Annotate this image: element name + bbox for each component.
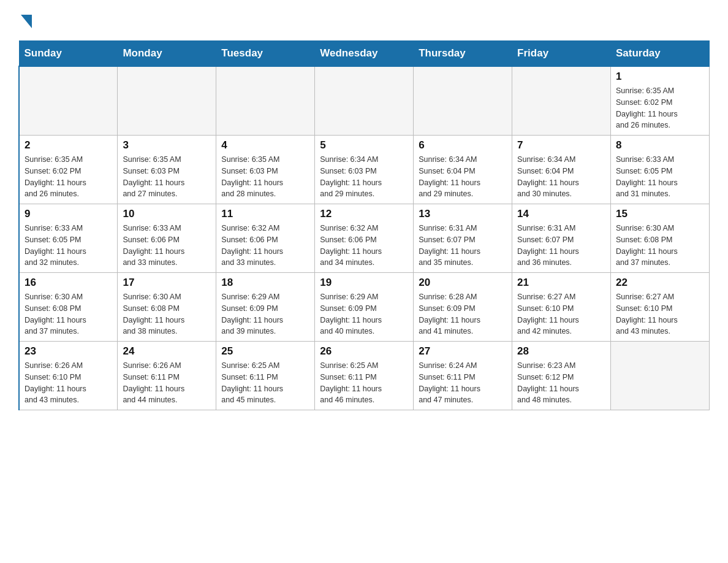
- calendar-cell: 8Sunrise: 6:33 AM Sunset: 6:05 PM Daylig…: [611, 136, 710, 204]
- day-info: Sunrise: 6:35 AM Sunset: 6:03 PM Dayligh…: [123, 154, 211, 200]
- day-info: Sunrise: 6:34 AM Sunset: 6:04 PM Dayligh…: [517, 154, 605, 200]
- day-number: 25: [221, 345, 309, 358]
- weekday-header-wednesday: Wednesday: [315, 41, 414, 67]
- calendar-cell: [611, 342, 710, 410]
- day-info: Sunrise: 6:34 AM Sunset: 6:04 PM Dayligh…: [419, 154, 507, 200]
- day-number: 14: [517, 208, 605, 220]
- calendar-cell: 28Sunrise: 6:23 AM Sunset: 6:12 PM Dayli…: [512, 342, 611, 410]
- weekday-header-monday: Monday: [118, 41, 216, 67]
- day-number: 24: [123, 345, 211, 358]
- day-info: Sunrise: 6:34 AM Sunset: 6:03 PM Dayligh…: [320, 154, 408, 200]
- calendar-cell: 15Sunrise: 6:30 AM Sunset: 6:08 PM Dayli…: [611, 204, 710, 273]
- day-number: 15: [616, 208, 704, 220]
- day-number: 17: [123, 277, 211, 289]
- day-number: 2: [25, 139, 112, 151]
- calendar-table: SundayMondayTuesdayWednesdayThursdayFrid…: [18, 40, 710, 410]
- day-number: 19: [320, 277, 408, 289]
- day-info: Sunrise: 6:30 AM Sunset: 6:08 PM Dayligh…: [616, 223, 704, 269]
- calendar-cell: 7Sunrise: 6:34 AM Sunset: 6:04 PM Daylig…: [512, 136, 611, 204]
- week-row-2: 2Sunrise: 6:35 AM Sunset: 6:02 PM Daylig…: [19, 136, 710, 204]
- page-header: [18, 12, 710, 28]
- calendar-cell: 3Sunrise: 6:35 AM Sunset: 6:03 PM Daylig…: [118, 136, 216, 204]
- day-info: Sunrise: 6:33 AM Sunset: 6:05 PM Dayligh…: [25, 223, 112, 269]
- weekday-header-row: SundayMondayTuesdayWednesdayThursdayFrid…: [19, 41, 710, 67]
- calendar-cell: 9Sunrise: 6:33 AM Sunset: 6:05 PM Daylig…: [19, 204, 118, 273]
- day-number: 1: [616, 71, 704, 83]
- weekday-header-thursday: Thursday: [414, 41, 512, 67]
- calendar-cell: 22Sunrise: 6:27 AM Sunset: 6:10 PM Dayli…: [611, 273, 710, 342]
- day-info: Sunrise: 6:31 AM Sunset: 6:07 PM Dayligh…: [419, 223, 507, 269]
- calendar-cell: 11Sunrise: 6:32 AM Sunset: 6:06 PM Dayli…: [216, 204, 315, 273]
- day-info: Sunrise: 6:30 AM Sunset: 6:08 PM Dayligh…: [25, 291, 112, 337]
- calendar-cell: [414, 66, 512, 136]
- calendar-cell: 17Sunrise: 6:30 AM Sunset: 6:08 PM Dayli…: [118, 273, 216, 342]
- calendar-cell: 25Sunrise: 6:25 AM Sunset: 6:11 PM Dayli…: [216, 342, 315, 410]
- calendar-cell: 6Sunrise: 6:34 AM Sunset: 6:04 PM Daylig…: [414, 136, 512, 204]
- day-number: 18: [221, 277, 309, 289]
- day-number: 22: [616, 277, 704, 289]
- calendar-cell: [216, 66, 315, 136]
- day-info: Sunrise: 6:26 AM Sunset: 6:11 PM Dayligh…: [123, 360, 211, 406]
- weekday-header-saturday: Saturday: [611, 41, 710, 67]
- calendar-cell: 2Sunrise: 6:35 AM Sunset: 6:02 PM Daylig…: [19, 136, 118, 204]
- calendar-cell: 23Sunrise: 6:26 AM Sunset: 6:10 PM Dayli…: [19, 342, 118, 410]
- day-number: 13: [419, 208, 507, 220]
- day-info: Sunrise: 6:27 AM Sunset: 6:10 PM Dayligh…: [517, 291, 605, 337]
- day-number: 5: [320, 139, 408, 151]
- day-info: Sunrise: 6:26 AM Sunset: 6:10 PM Dayligh…: [25, 360, 112, 406]
- week-row-1: 1Sunrise: 6:35 AM Sunset: 6:02 PM Daylig…: [19, 66, 710, 136]
- day-info: Sunrise: 6:32 AM Sunset: 6:06 PM Dayligh…: [221, 223, 309, 269]
- calendar-cell: 21Sunrise: 6:27 AM Sunset: 6:10 PM Dayli…: [512, 273, 611, 342]
- calendar-cell: [118, 66, 216, 136]
- week-row-5: 23Sunrise: 6:26 AM Sunset: 6:10 PM Dayli…: [19, 342, 710, 410]
- day-number: 23: [25, 345, 112, 358]
- calendar-cell: 27Sunrise: 6:24 AM Sunset: 6:11 PM Dayli…: [414, 342, 512, 410]
- calendar-cell: 10Sunrise: 6:33 AM Sunset: 6:06 PM Dayli…: [118, 204, 216, 273]
- day-info: Sunrise: 6:35 AM Sunset: 6:02 PM Dayligh…: [616, 85, 704, 131]
- day-number: 28: [517, 345, 605, 358]
- weekday-header-sunday: Sunday: [19, 41, 118, 67]
- day-info: Sunrise: 6:24 AM Sunset: 6:11 PM Dayligh…: [419, 360, 507, 406]
- logo: [18, 12, 32, 28]
- day-info: Sunrise: 6:33 AM Sunset: 6:05 PM Dayligh…: [616, 154, 704, 200]
- calendar-cell: 14Sunrise: 6:31 AM Sunset: 6:07 PM Dayli…: [512, 204, 611, 273]
- day-info: Sunrise: 6:27 AM Sunset: 6:10 PM Dayligh…: [616, 291, 704, 337]
- weekday-header-tuesday: Tuesday: [216, 41, 315, 67]
- day-number: 3: [123, 139, 211, 151]
- day-number: 11: [221, 208, 309, 220]
- day-info: Sunrise: 6:28 AM Sunset: 6:09 PM Dayligh…: [419, 291, 507, 337]
- calendar-cell: 12Sunrise: 6:32 AM Sunset: 6:06 PM Dayli…: [315, 204, 414, 273]
- day-info: Sunrise: 6:35 AM Sunset: 6:03 PM Dayligh…: [221, 154, 309, 200]
- calendar-cell: [512, 66, 611, 136]
- calendar-cell: [19, 66, 118, 136]
- calendar-cell: 4Sunrise: 6:35 AM Sunset: 6:03 PM Daylig…: [216, 136, 315, 204]
- calendar-body: 1Sunrise: 6:35 AM Sunset: 6:02 PM Daylig…: [19, 66, 710, 410]
- day-info: Sunrise: 6:29 AM Sunset: 6:09 PM Dayligh…: [221, 291, 309, 337]
- calendar-cell: 18Sunrise: 6:29 AM Sunset: 6:09 PM Dayli…: [216, 273, 315, 342]
- day-info: Sunrise: 6:29 AM Sunset: 6:09 PM Dayligh…: [320, 291, 408, 337]
- day-number: 27: [419, 345, 507, 358]
- day-number: 8: [616, 139, 704, 151]
- week-row-4: 16Sunrise: 6:30 AM Sunset: 6:08 PM Dayli…: [19, 273, 710, 342]
- day-info: Sunrise: 6:32 AM Sunset: 6:06 PM Dayligh…: [320, 223, 408, 269]
- calendar-cell: 16Sunrise: 6:30 AM Sunset: 6:08 PM Dayli…: [19, 273, 118, 342]
- day-number: 10: [123, 208, 211, 220]
- day-info: Sunrise: 6:33 AM Sunset: 6:06 PM Dayligh…: [123, 223, 211, 269]
- day-number: 20: [419, 277, 507, 289]
- calendar-cell: [315, 66, 414, 136]
- calendar-cell: 1Sunrise: 6:35 AM Sunset: 6:02 PM Daylig…: [611, 66, 710, 136]
- calendar-cell: 26Sunrise: 6:25 AM Sunset: 6:11 PM Dayli…: [315, 342, 414, 410]
- day-number: 26: [320, 345, 408, 358]
- logo-arrow-icon: [21, 15, 32, 28]
- day-info: Sunrise: 6:30 AM Sunset: 6:08 PM Dayligh…: [123, 291, 211, 337]
- day-number: 4: [221, 139, 309, 151]
- calendar-header: SundayMondayTuesdayWednesdayThursdayFrid…: [19, 41, 710, 67]
- day-info: Sunrise: 6:31 AM Sunset: 6:07 PM Dayligh…: [517, 223, 605, 269]
- day-number: 7: [517, 139, 605, 151]
- calendar-cell: 24Sunrise: 6:26 AM Sunset: 6:11 PM Dayli…: [118, 342, 216, 410]
- day-info: Sunrise: 6:23 AM Sunset: 6:12 PM Dayligh…: [517, 360, 605, 406]
- day-number: 9: [25, 208, 112, 220]
- day-number: 12: [320, 208, 408, 220]
- weekday-header-friday: Friday: [512, 41, 611, 67]
- day-info: Sunrise: 6:25 AM Sunset: 6:11 PM Dayligh…: [320, 360, 408, 406]
